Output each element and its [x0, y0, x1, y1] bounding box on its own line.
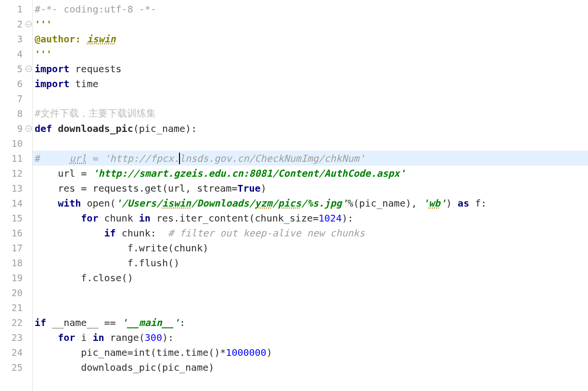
comment: #文件下载，主要下载训练集: [35, 107, 156, 120]
gutter-row[interactable]: 21: [0, 300, 32, 315]
code-line[interactable]: #-*- coding:utf-8 -*-: [33, 1, 588, 16]
code-line[interactable]: [33, 300, 588, 315]
code: pic_name=int(time.time()*: [81, 347, 226, 358]
var: chunk:: [122, 227, 168, 239]
gutter-row[interactable]: 18: [0, 255, 32, 270]
var: f:: [475, 197, 486, 209]
comment: #-*- coding:utf-8 -*-: [35, 3, 156, 15]
code-line[interactable]: with open('/Users/iswin/Downloads/yzm/pi…: [33, 196, 588, 210]
var: chunk: [104, 212, 139, 224]
line-number: 14: [12, 198, 30, 209]
fold-icon[interactable]: −: [26, 65, 32, 72]
gutter-row[interactable]: 6: [0, 76, 32, 91]
line-number: 8: [17, 108, 30, 119]
code-line[interactable]: res = requests.get(url, stream=True): [33, 181, 588, 196]
params: (pic_name):: [133, 123, 197, 134]
code-line[interactable]: @author: iswin: [33, 31, 588, 46]
gutter-row[interactable]: 19: [0, 270, 32, 285]
string-underlined: yzm: [255, 197, 272, 209]
code-line[interactable]: [33, 136, 588, 151]
line-number: 4: [17, 49, 30, 59]
string-underlined: pics: [278, 197, 301, 209]
gutter-row[interactable]: 13: [0, 181, 32, 196]
gutter-row[interactable]: 14: [0, 196, 32, 210]
editor-area[interactable]: #-*- coding:utf-8 -*- ''' @author: iswin…: [33, 0, 588, 391]
gutter-row[interactable]: 10: [0, 136, 32, 151]
keyword: if: [35, 317, 52, 328]
gutter-row[interactable]: 24: [0, 345, 32, 360]
gutter-row[interactable]: 25: [0, 360, 32, 375]
line-gutter: 1 2− 3 4 5− 6 7 8 9− 10 11 12 13 14 15 1…: [0, 0, 33, 391]
code-line[interactable]: if __name__ == '__main__':: [33, 315, 588, 330]
comment-hash: #: [35, 153, 69, 164]
code-line[interactable]: #文件下载，主要下载训练集: [33, 106, 588, 121]
indent: [35, 212, 81, 224]
code-line[interactable]: f.flush(): [33, 255, 588, 270]
code-line[interactable]: [33, 285, 588, 300]
gutter-row[interactable]: 17: [0, 240, 32, 255]
line-number: 17: [12, 243, 30, 253]
code: res.iter_content(chunk_size=: [156, 212, 319, 224]
gutter-row[interactable]: 9−: [0, 121, 32, 136]
code-line[interactable]: pic_name=int(time.time()*1000000): [33, 345, 588, 360]
code-line[interactable]: import requests: [33, 61, 588, 76]
code-line[interactable]: f.write(chunk): [33, 240, 588, 255]
code-line[interactable]: for chunk in res.iter_content(chunk_size…: [33, 210, 588, 225]
string-close: ': [359, 153, 365, 164]
code: f.close(): [81, 272, 133, 284]
code: ):: [162, 332, 174, 343]
gutter-row[interactable]: 15: [0, 210, 32, 225]
comment-url-pre: http://fpcx.: [110, 153, 180, 164]
code-line-current[interactable]: # url = 'http://fpcx.lnsds.gov.cn/CheckN…: [33, 151, 588, 166]
code-line[interactable]: ''': [33, 16, 588, 31]
keyword: as: [458, 197, 475, 209]
fold-icon[interactable]: −: [26, 21, 32, 27]
line-number: 19: [12, 273, 30, 283]
code-line[interactable]: f.close(): [33, 270, 588, 285]
code-line[interactable]: import time: [33, 76, 588, 91]
code: ):: [342, 212, 353, 224]
code-line[interactable]: for i in range(300):: [33, 330, 588, 345]
line-number: 1: [17, 4, 30, 14]
string: '/Users/: [116, 197, 162, 209]
fold-icon[interactable]: −: [26, 125, 32, 131]
line-number: 22: [12, 317, 30, 328]
indent: [35, 197, 58, 209]
string: ': [423, 197, 429, 209]
code: f.flush(): [128, 257, 179, 269]
gutter-row[interactable]: 2−: [0, 16, 32, 31]
string: /: [272, 197, 278, 209]
code-line[interactable]: ''': [33, 46, 588, 61]
code-line[interactable]: downloads_pic(pic_name): [33, 360, 588, 375]
code-line[interactable]: if chunk: # filter out keep-alive new ch…: [33, 225, 588, 240]
code-line[interactable]: [33, 91, 588, 106]
gutter-row[interactable]: 5−: [0, 61, 32, 76]
gutter-row[interactable]: 20: [0, 285, 32, 300]
indent: [35, 362, 81, 373]
gutter-row[interactable]: 11: [0, 151, 32, 166]
indent: [35, 242, 128, 254]
gutter-row[interactable]: 12: [0, 166, 32, 181]
gutter-row[interactable]: 8: [0, 106, 32, 121]
line-number: 21: [12, 302, 30, 313]
author-name: iswin: [87, 33, 115, 45]
code-line[interactable]: def downloads_pic(pic_name):: [33, 121, 588, 136]
gutter-row[interactable]: 23: [0, 330, 32, 345]
code: open(: [87, 197, 115, 209]
line-number: 15: [12, 213, 30, 223]
gutter-row[interactable]: 4: [0, 46, 32, 61]
gutter-row[interactable]: 1: [0, 1, 32, 16]
code: :: [179, 317, 185, 328]
docstring: ''': [35, 18, 52, 30]
code-line[interactable]: url = 'http://smart.gzeis.edu.cn:8081/Co…: [33, 166, 588, 181]
indent: [35, 227, 104, 239]
docstring: ''': [35, 48, 52, 60]
gutter-row[interactable]: 3: [0, 31, 32, 46]
gutter-row[interactable]: 7: [0, 91, 32, 106]
gutter-row[interactable]: 16: [0, 225, 32, 240]
gutter-row[interactable]: 22: [0, 315, 32, 330]
indent: [35, 347, 81, 358]
comment-eq: =: [87, 153, 104, 164]
code: downloads_pic(pic_name): [81, 362, 214, 373]
code: range(: [110, 332, 145, 343]
